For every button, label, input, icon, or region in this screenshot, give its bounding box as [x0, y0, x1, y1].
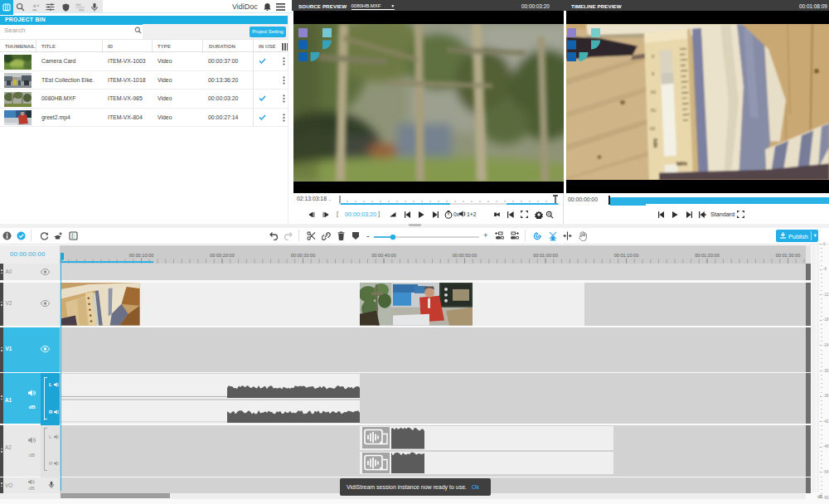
svg-text:9: 9	[652, 71, 654, 76]
svg-text:MIN: MIN	[652, 138, 658, 148]
svg-text:01: 01	[651, 90, 657, 94]
svg-text:02: 02	[650, 126, 656, 131]
svg-text:51: 51	[651, 108, 657, 113]
svg-text:MIN: MIN	[676, 161, 687, 167]
